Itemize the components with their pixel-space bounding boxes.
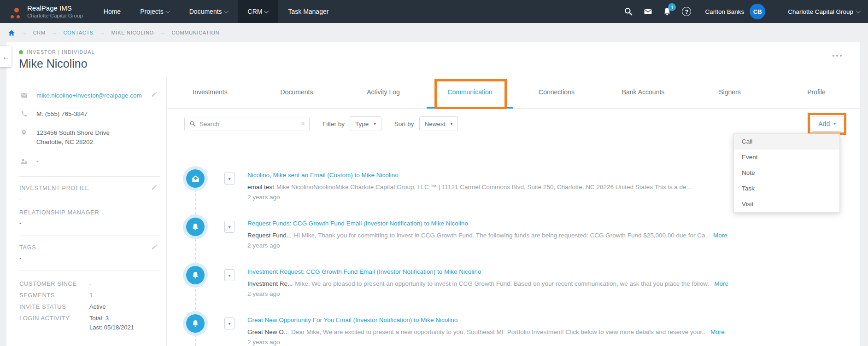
add-button[interactable]: Add ▾ [812, 116, 842, 132]
tab-communication[interactable]: Communication [427, 78, 513, 109]
brand-subtitle: Charlotte Capital Group [27, 12, 83, 19]
menu-item-event[interactable]: Event [734, 150, 839, 165]
item-actions-caret-button[interactable]: ▾ [224, 317, 235, 329]
sort-select[interactable]: Newest ▾ [419, 116, 458, 131]
breadcrumb-separator: → [21, 29, 27, 36]
breadcrumb-crm[interactable]: CRM [33, 30, 46, 35]
home-icon[interactable] [8, 29, 15, 36]
communication-title-link[interactable]: Request Funds: CCG Growth Fund Email (In… [247, 219, 852, 228]
email-sent-icon[interactable] [186, 169, 205, 188]
filter-type-select[interactable]: Type ▾ [350, 116, 381, 131]
user-avatar[interactable]: CB [750, 4, 765, 19]
communication-preview-text: Mike NicolinoNicolinoMike Charlote Capit… [276, 183, 691, 191]
notification-bell-icon[interactable] [186, 314, 205, 333]
contact-address: 123456 South Shore Drive Charlotte, NC 2… [36, 128, 110, 147]
communication-subject: Investment Re... [247, 280, 293, 287]
timeline-icon-halo [183, 166, 208, 191]
edit-investment-profile-icon[interactable] [151, 184, 158, 192]
tab-profile[interactable]: Profile [773, 78, 860, 109]
edit-email-icon[interactable] [151, 91, 158, 99]
tab-documents[interactable]: Documents [253, 78, 340, 109]
more-link[interactable]: More [714, 280, 728, 287]
filter-type-value: Type [355, 121, 369, 127]
help-icon[interactable]: ? [682, 7, 691, 16]
mail-icon[interactable] [643, 7, 652, 16]
contact-header: INVESTOR | INDIVIDUAL Mike Nicolino [6, 42, 860, 77]
search-box: × [184, 117, 310, 131]
ellipsis-menu-icon[interactable] [832, 54, 842, 57]
item-actions-caret-button[interactable]: ▾ [224, 269, 235, 281]
contact-tabs: Investments Documents Activity Log Commu… [167, 78, 860, 109]
contact-email-link[interactable]: mike.nicolino+investor@realpage.com [36, 92, 142, 99]
nav-item-home[interactable]: Home [94, 0, 130, 23]
org-switcher[interactable]: Charlotte Capital Group [777, 8, 868, 15]
search-icon [189, 121, 196, 127]
edit-tags-icon[interactable] [151, 243, 158, 252]
breadcrumb-mike-nicolino[interactable]: MIKE NICOLINO [111, 30, 154, 35]
nav-label: CRM [248, 8, 263, 15]
nav-item-crm[interactable]: CRM [238, 0, 279, 23]
communication-title-link[interactable]: Great New Opportunity For You Email (Inv… [247, 316, 852, 325]
segments-value-link[interactable]: 1 [89, 291, 93, 300]
phone-icon [19, 110, 29, 118]
communication-timestamp: 2 years ago [247, 338, 852, 346]
invite-status-label: INVITE STATUS [19, 302, 89, 311]
more-link[interactable]: More [713, 232, 727, 239]
notification-count-badge: 1 [668, 3, 676, 11]
notifications-bell-icon[interactable]: 1 [663, 7, 672, 16]
more-link[interactable]: More [710, 329, 725, 335]
status-dot-icon [19, 50, 23, 54]
caret-down-icon: ▾ [833, 121, 836, 126]
timeline-icon-halo [183, 214, 208, 239]
relationship-manager-value: - [19, 219, 160, 226]
nav-item-task-manager[interactable]: Task Manager [278, 0, 338, 23]
nav-item-projects[interactable]: Projects [130, 0, 180, 23]
search-input[interactable] [199, 121, 297, 127]
communication-preview-text: Mike, We are pleased to present an oppor… [295, 279, 710, 288]
item-actions-caret-button[interactable]: ▾ [224, 173, 235, 185]
menu-item-note[interactable]: Note [734, 165, 839, 181]
contact-type-badge: INVESTOR | INDIVIDUAL [27, 49, 95, 55]
main-nav: Home Projects Documents CRM Task Manager [94, 0, 339, 23]
nav-item-documents[interactable]: Documents [180, 0, 238, 23]
communication-timestamp: 2 years ago [247, 241, 852, 250]
notification-bell-icon[interactable] [186, 266, 205, 284]
user-name[interactable]: Carlton Banks [705, 8, 744, 15]
search-icon[interactable] [624, 7, 633, 16]
chevron-down-icon [224, 9, 229, 13]
invite-status-row: INVITE STATUS Active [19, 302, 160, 311]
communication-title-link[interactable]: Investment Request: CCG Growth Fund Emai… [247, 267, 852, 277]
customer-since-row: CUSTOMER SINCE - [19, 279, 160, 288]
timeline-item: ▾ Request Funds: CCG Growth Fund Email (… [167, 214, 860, 263]
back-button[interactable]: ← [0, 46, 12, 67]
top-navigation-bar: RealPage IMS Charlotte Capital Group Hom… [0, 0, 868, 23]
menu-item-visit[interactable]: Visit [734, 196, 839, 212]
brand-title: RealPage IMS [27, 4, 83, 12]
segments-row: SEGMENTS 1 [19, 291, 160, 300]
tab-signers[interactable]: Signers [686, 78, 773, 109]
org-name: Charlotte Capital Group [788, 8, 853, 15]
brand[interactable]: RealPage IMS Charlotte Capital Group [0, 0, 94, 23]
chevron-down-icon [856, 9, 861, 13]
menu-item-task[interactable]: Task [734, 181, 839, 196]
tab-connections[interactable]: Connections [513, 78, 600, 109]
notification-bell-icon[interactable] [186, 218, 205, 236]
nav-label: Documents [189, 8, 222, 15]
brand-text: RealPage IMS Charlotte Capital Group [27, 4, 83, 19]
contact-sidebar: mike.nicolino+investor@realpage.com M: (… [6, 78, 167, 346]
breadcrumb-contacts[interactable]: CONTACTS [64, 30, 94, 35]
contact-card: INVESTOR | INDIVIDUAL Mike Nicolino mike… [6, 42, 860, 346]
nav-label: Task Manager [288, 8, 328, 15]
item-actions-caret-button[interactable]: ▾ [224, 221, 235, 233]
clear-search-icon[interactable]: × [301, 120, 305, 127]
tab-activity-log[interactable]: Activity Log [340, 78, 427, 109]
tab-bank-accounts[interactable]: Bank Accounts [600, 78, 686, 109]
tab-investments[interactable]: Investments [167, 78, 253, 109]
contact-phone: M: (555) 765-3847 [36, 110, 88, 118]
communication-preview-text: Hi Mike, Thank you for committing to inv… [294, 231, 709, 240]
add-dropdown-menu: Call Event Note Task Visit [733, 133, 840, 213]
menu-item-call[interactable]: Call [734, 134, 839, 150]
topbar-right: 1 ? Carlton Banks CB Charlotte Capital G… [624, 0, 868, 23]
breadcrumb-separator: → [52, 29, 58, 36]
sidebar-divider [19, 271, 160, 271]
